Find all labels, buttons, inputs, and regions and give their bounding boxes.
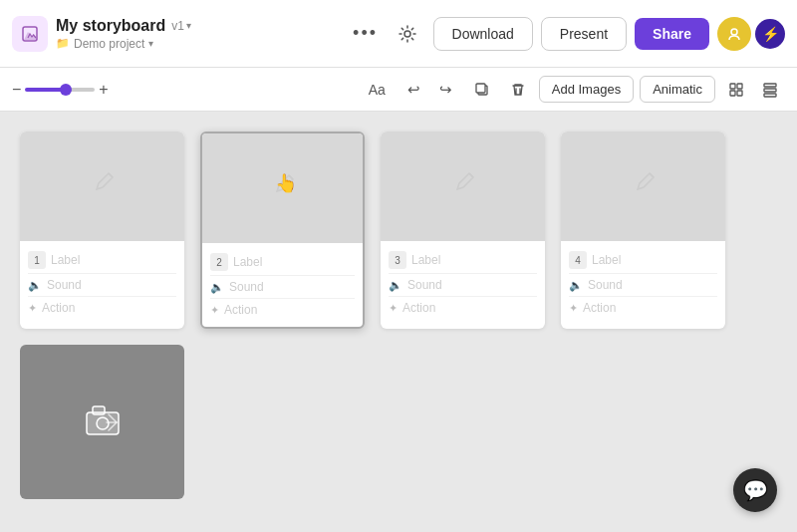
sound-icon-4: 🔈 bbox=[569, 279, 583, 292]
svg-rect-11 bbox=[764, 94, 776, 97]
present-button[interactable]: Present bbox=[541, 17, 627, 51]
card-action-field-1[interactable]: ✦ Action bbox=[28, 297, 176, 319]
storyboard-card-3[interactable]: 3 Label 🔈 Sound ✦ Action bbox=[381, 132, 545, 329]
add-scene-button[interactable] bbox=[20, 345, 184, 499]
svg-rect-5 bbox=[730, 84, 735, 89]
action-icon-2: ✦ bbox=[210, 304, 219, 317]
title-area: My storyboard v1 ▾ 📁 Demo project ▾ bbox=[56, 17, 191, 51]
logo-icon bbox=[12, 16, 48, 52]
zoom-in-button[interactable]: + bbox=[99, 81, 108, 99]
svg-rect-8 bbox=[737, 91, 742, 96]
card-sound-text-2: Sound bbox=[229, 280, 264, 294]
card-sound-text-1: Sound bbox=[47, 278, 82, 292]
storyboard-card-1[interactable]: 1 Label 🔈 Sound ✦ Action bbox=[20, 132, 184, 329]
download-button[interactable]: Download bbox=[433, 17, 533, 51]
card-image-3[interactable] bbox=[381, 132, 545, 241]
card-fields-4: 4 Label 🔈 Sound ✦ Action bbox=[561, 241, 725, 325]
redo-button[interactable]: ↪ bbox=[431, 75, 461, 105]
list-view-button[interactable] bbox=[755, 75, 785, 105]
card-action-text-2: Action bbox=[224, 303, 257, 317]
sound-icon-3: 🔈 bbox=[389, 279, 402, 292]
card-label-text-4: Label bbox=[592, 253, 621, 267]
card-label-field-3[interactable]: 3 Label bbox=[389, 247, 537, 274]
sound-icon-2: 🔈 bbox=[210, 281, 224, 294]
card-label-text-3: Label bbox=[411, 253, 440, 267]
more-options-button[interactable]: ••• bbox=[350, 18, 382, 50]
grid-view-button[interactable] bbox=[721, 75, 751, 105]
sound-icon-1: 🔈 bbox=[28, 279, 42, 292]
toolbar: − + Aa ↩ ↪ Add Images Animatic bbox=[0, 68, 797, 112]
add-images-button[interactable]: Add Images bbox=[539, 76, 634, 103]
version-badge: v1 ▾ bbox=[171, 19, 191, 33]
storyboard-title: My storyboard bbox=[56, 17, 165, 35]
animatic-button[interactable]: Animatic bbox=[640, 76, 715, 103]
svg-rect-6 bbox=[737, 84, 742, 89]
edit-pencil-icon-4 bbox=[630, 169, 658, 203]
edit-pencil-icon-3 bbox=[449, 169, 477, 203]
card-fields-1: 1 Label 🔈 Sound ✦ Action bbox=[20, 241, 184, 325]
cursor-pointer: 👆 bbox=[275, 172, 297, 194]
action-icon-3: ✦ bbox=[389, 302, 398, 315]
font-button[interactable]: Aa bbox=[361, 78, 394, 102]
folder-icon: 📁 bbox=[56, 37, 70, 50]
card-action-text-3: Action bbox=[402, 301, 435, 315]
canvas: 1 Label 🔈 Sound ✦ Action 👆 bbox=[0, 112, 797, 532]
svg-rect-10 bbox=[764, 89, 776, 92]
chat-icon: 💬 bbox=[743, 478, 768, 502]
storyboard-card-4[interactable]: 4 Label 🔈 Sound ✦ Action bbox=[561, 132, 725, 329]
svg-rect-13 bbox=[93, 406, 105, 414]
card-image-2[interactable]: 👆 bbox=[202, 133, 363, 243]
project-row[interactable]: 📁 Demo project ▾ bbox=[56, 37, 191, 51]
card-fields-3: 3 Label 🔈 Sound ✦ Action bbox=[381, 241, 545, 325]
card-number-3: 3 bbox=[389, 251, 406, 269]
card-sound-text-4: Sound bbox=[588, 278, 623, 292]
card-number-4: 4 bbox=[569, 251, 587, 269]
svg-point-2 bbox=[731, 29, 737, 35]
zoom-out-button[interactable]: − bbox=[12, 81, 21, 99]
card-action-text-1: Action bbox=[42, 301, 75, 315]
action-icon-4: ✦ bbox=[569, 302, 578, 315]
card-sound-field-4[interactable]: 🔈 Sound bbox=[569, 274, 717, 297]
chat-button[interactable]: 💬 bbox=[733, 468, 777, 512]
svg-point-1 bbox=[404, 31, 410, 37]
card-label-field-1[interactable]: 1 Label bbox=[28, 247, 176, 274]
card-label-field-2[interactable]: 2 Label bbox=[210, 249, 355, 276]
card-action-text-4: Action bbox=[583, 301, 616, 315]
card-sound-text-3: Sound bbox=[407, 278, 442, 292]
top-bar: My storyboard v1 ▾ 📁 Demo project ▾ ••• … bbox=[0, 0, 797, 68]
zoom-area: − + bbox=[12, 81, 109, 99]
settings-button[interactable] bbox=[390, 16, 425, 52]
card-number-1: 1 bbox=[28, 251, 46, 269]
action-icon-1: ✦ bbox=[28, 302, 37, 315]
card-action-field-3[interactable]: ✦ Action bbox=[389, 297, 537, 319]
card-image-1[interactable] bbox=[20, 132, 184, 241]
card-fields-2: 2 Label 🔈 Sound ✦ Action bbox=[202, 243, 363, 327]
share-button[interactable]: Share bbox=[635, 18, 709, 50]
card-sound-field-1[interactable]: 🔈 Sound bbox=[28, 274, 176, 297]
card-action-field-4[interactable]: ✦ Action bbox=[569, 297, 717, 319]
duplicate-button[interactable] bbox=[467, 75, 497, 105]
card-action-field-2[interactable]: ✦ Action bbox=[210, 299, 355, 321]
avatar bbox=[717, 17, 751, 51]
undo-button[interactable]: ↩ bbox=[399, 75, 429, 105]
card-label-text-1: Label bbox=[51, 253, 80, 267]
zoom-slider[interactable] bbox=[25, 88, 95, 92]
card-label-field-4[interactable]: 4 Label bbox=[569, 247, 717, 274]
project-name: Demo project bbox=[74, 37, 144, 51]
storyboard-card-2[interactable]: 👆 2 Label 🔈 Sound ✦ Action bbox=[200, 132, 365, 329]
svg-rect-9 bbox=[764, 84, 776, 87]
delete-button[interactable] bbox=[503, 75, 533, 105]
card-number-2: 2 bbox=[210, 253, 228, 271]
svg-rect-4 bbox=[476, 84, 485, 93]
lightning-button[interactable]: ⚡ bbox=[755, 19, 785, 49]
card-image-4[interactable] bbox=[561, 132, 725, 241]
svg-rect-7 bbox=[730, 91, 735, 96]
card-label-text-2: Label bbox=[233, 255, 262, 269]
edit-pencil-icon-1 bbox=[89, 169, 117, 203]
svg-point-14 bbox=[97, 417, 109, 429]
card-sound-field-3[interactable]: 🔈 Sound bbox=[389, 274, 537, 297]
card-sound-field-2[interactable]: 🔈 Sound bbox=[210, 276, 355, 299]
project-dropdown-arrow: ▾ bbox=[148, 38, 153, 49]
